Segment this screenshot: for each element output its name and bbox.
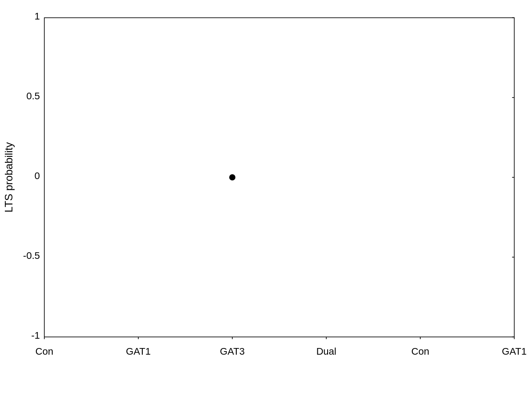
y-label-neg1: -1 xyxy=(31,330,40,341)
x-label-gat1-1: GAT1 xyxy=(126,346,151,357)
chart-container: 1 0.5 0 -0.5 -1 LTS probability Con GAT1… xyxy=(0,0,532,399)
x-label-dual: Dual xyxy=(316,346,336,357)
x-label-con2: Con xyxy=(411,346,429,357)
y-label-0.5: 0.5 xyxy=(26,90,40,102)
x-label-gat1-2: GAT1 xyxy=(502,346,527,357)
y-label-1: 1 xyxy=(35,11,40,22)
data-point xyxy=(229,174,235,180)
y-label-0: 0 xyxy=(35,170,40,181)
x-label-con1: Con xyxy=(35,346,53,357)
plot-area xyxy=(44,18,514,337)
y-label-neg0.5: -0.5 xyxy=(23,250,40,261)
x-label-gat3: GAT3 xyxy=(220,346,245,357)
y-axis-label: LTS probability xyxy=(3,142,15,212)
